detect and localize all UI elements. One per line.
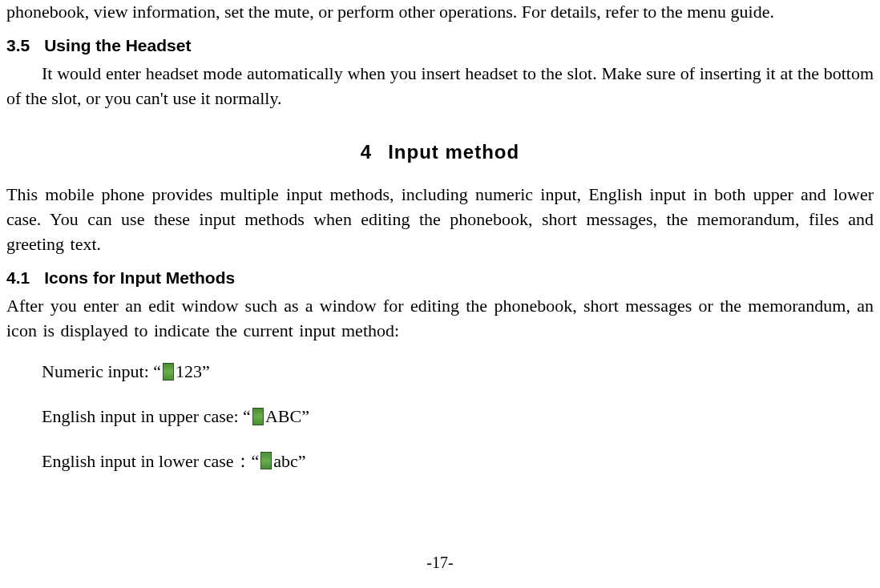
- page-number: -17-: [0, 554, 880, 572]
- intro-fragment: phonebook, view information, set the mut…: [6, 0, 874, 25]
- section-4-1-number: 4.1: [6, 268, 30, 288]
- section-3-5-number: 3.5: [6, 36, 30, 55]
- input-mode-icon: [163, 363, 174, 381]
- input-mode-icon: [260, 452, 272, 469]
- lower-case-suffix: abc”: [273, 445, 305, 477]
- section-4-1-title: Icons for Input Methods: [44, 268, 235, 287]
- numeric-input-line: Numeric input: “ 123”: [42, 356, 874, 388]
- chapter-4-number: 4: [361, 141, 372, 163]
- section-3-5-title: Using the Headset: [44, 36, 191, 54]
- section-4-1-body: After you enter an edit window such as a…: [6, 294, 874, 344]
- upper-case-suffix: ABC”: [265, 401, 309, 433]
- chapter-4-intro: This mobile phone provides multiple inpu…: [6, 183, 874, 256]
- lower-case-line: English input in lower case：“ abc”: [42, 445, 874, 477]
- chapter-4-name: Input method: [388, 141, 519, 163]
- numeric-input-suffix: 123”: [176, 356, 210, 388]
- section-4-1-heading: 4.1Icons for Input Methods: [6, 268, 874, 288]
- numeric-input-label: Numeric input: “: [42, 356, 161, 388]
- upper-case-label: English input in upper case: “: [42, 401, 251, 433]
- upper-case-line: English input in upper case: “ ABC”: [42, 401, 874, 433]
- section-3-5-heading: 3.5Using the Headset: [6, 36, 874, 55]
- section-3-5-body: It would enter headset mode automaticall…: [6, 62, 874, 111]
- input-mode-icon: [252, 408, 264, 425]
- lower-case-label: English input in lower case：“: [42, 445, 259, 477]
- chapter-4-title: 4Input method: [6, 141, 874, 163]
